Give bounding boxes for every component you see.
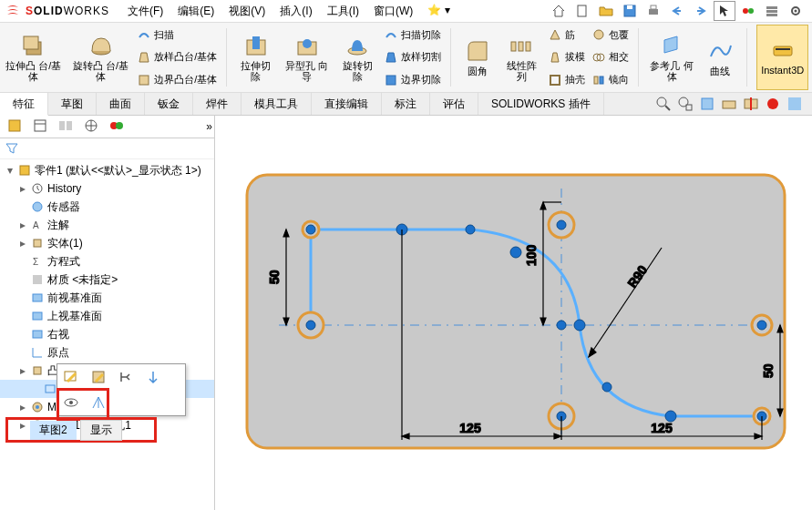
show-label[interactable]: 显示 [80, 420, 122, 441]
tab-addins[interactable]: SOLIDWORKS 插件 [478, 93, 604, 115]
sweep-button[interactable]: 扫描 [138, 28, 217, 42]
open-button[interactable] [595, 1, 617, 21]
intersect-button[interactable]: 相交 [592, 50, 629, 64]
tab-annotate[interactable]: 标注 [382, 93, 430, 115]
menu-file[interactable]: 文件(F) [120, 4, 170, 19]
dim-50-right: 50 [761, 363, 776, 378]
quick-access-toolbar [548, 1, 812, 21]
instant3d-button[interactable]: Instant3D [756, 25, 808, 90]
tree-material[interactable]: 材质 <未指定> [0, 270, 214, 289]
feature-manager-panel: » ▾零件1 (默认<<默认>_显示状态 1>) ▸History 传感器 ▸A… [0, 116, 215, 510]
orientation-icon[interactable] [699, 96, 715, 112]
wrap-button[interactable]: 包覆 [592, 28, 629, 42]
cut-sweep-button[interactable]: 扫描切除 [385, 28, 441, 42]
tab-sketch[interactable]: 草图 [48, 93, 97, 115]
highlight-sketch-row: 草图2 显示 [5, 417, 157, 443]
tree-solids[interactable]: ▸实体(1) [0, 234, 214, 252]
edit-sketch-icon[interactable] [63, 369, 79, 385]
menu-insert[interactable]: 插入(I) [272, 4, 319, 19]
svg-rect-31 [774, 46, 792, 56]
graphics-viewport[interactable]: 50 100 R90 50 125 125 [215, 116, 812, 510]
tree-history[interactable]: ▸History [0, 179, 214, 198]
svg-point-95 [757, 321, 766, 330]
cut-revolve-button[interactable]: 旋转切 除 [338, 25, 377, 90]
cut-extrude-button[interactable]: 拉伸切 除 [236, 25, 275, 90]
scene-icon[interactable] [786, 96, 803, 112]
svg-rect-23 [519, 42, 523, 51]
curves-button[interactable]: 曲线 [703, 25, 737, 90]
redo-button[interactable] [690, 1, 712, 21]
svg-rect-47 [67, 121, 72, 130]
appearance-icon[interactable] [765, 96, 781, 112]
print-button[interactable] [642, 1, 664, 21]
save-button[interactable] [619, 1, 641, 21]
new-button[interactable] [571, 1, 593, 21]
solidworks-logo-icon [5, 4, 20, 18]
shell-button[interactable]: 抽壳 [549, 73, 585, 87]
tab-feature[interactable]: 特征 [0, 93, 48, 116]
rib-button[interactable]: 筋 [549, 28, 585, 42]
sketch2-label: 草图2 [30, 421, 77, 440]
menu-window[interactable]: 窗口(W) [366, 4, 420, 19]
svg-rect-57 [34, 240, 41, 247]
home-button[interactable] [548, 1, 570, 21]
settings-button[interactable] [785, 1, 807, 21]
svg-rect-0 [578, 5, 586, 16]
filter-bar[interactable] [0, 138, 214, 159]
mirror-button[interactable]: 镜向 [592, 73, 629, 87]
options-button[interactable] [761, 1, 783, 21]
tree-sensors[interactable]: 传感器 [0, 198, 214, 216]
fillet-button[interactable]: 圆角 [460, 25, 495, 90]
feature-tree-tab[interactable] [4, 115, 26, 139]
menu-view[interactable]: 视图(V) [221, 4, 272, 19]
tab-moldtools[interactable]: 模具工具 [242, 93, 312, 115]
display-tab[interactable] [106, 115, 128, 139]
undo-button[interactable] [666, 1, 688, 21]
rebuild-button[interactable] [737, 1, 759, 21]
panel-expand-button[interactable]: » [204, 118, 214, 135]
hole-wizard-button[interactable]: 异型孔 向导 [283, 25, 331, 90]
select-button[interactable] [714, 1, 735, 21]
suppress-icon[interactable] [118, 369, 134, 385]
svg-point-19 [303, 39, 312, 48]
edit-feature-icon[interactable] [90, 369, 107, 385]
display-style-icon[interactable] [721, 96, 737, 112]
zoom-icon[interactable] [655, 96, 672, 112]
panel-tabs: » [0, 116, 214, 138]
section-icon[interactable] [743, 96, 759, 112]
boss-list: 扫描 放样凸台/基体 边界凸台/基体 [138, 25, 217, 90]
tree-root[interactable]: ▾零件1 (默认<<默认>_显示状态 1>) [0, 161, 214, 179]
tree-top-plane[interactable]: 上视基准面 [0, 307, 214, 325]
loft-button[interactable]: 放样凸台/基体 [138, 50, 217, 64]
revolve-boss-button[interactable]: 旋转凸 台/基体 [71, 25, 131, 90]
cut-boundary-button[interactable]: 边界切除 [385, 73, 441, 87]
cut-loft-button[interactable]: 放样切割 [385, 50, 441, 64]
sketch-canvas: 50 100 R90 50 125 125 [242, 170, 789, 471]
property-tab[interactable] [29, 115, 51, 139]
menu-more[interactable]: ⭐ ▾ [420, 4, 457, 19]
tree-annotations[interactable]: ▸A注解 [0, 216, 214, 234]
zoom-fit-icon[interactable] [677, 96, 694, 112]
tab-directedit[interactable]: 直接编辑 [312, 93, 382, 115]
tree-equations[interactable]: Σ方程式 [0, 252, 214, 270]
svg-rect-2 [627, 5, 632, 9]
dimxpert-tab[interactable] [80, 115, 102, 139]
tab-weldment[interactable]: 焊件 [193, 93, 242, 115]
tab-sheetmetal[interactable]: 钣金 [145, 93, 193, 115]
tab-surface[interactable]: 曲面 [97, 93, 145, 115]
draft-button[interactable]: 拔模 [549, 50, 585, 64]
linear-pattern-button[interactable]: 线性阵 列 [502, 25, 541, 90]
tree-origin[interactable]: 原点 [0, 343, 214, 362]
menu-tools[interactable]: 工具(I) [320, 4, 366, 19]
ref-geometry-button[interactable]: 参考几 何体 [648, 25, 696, 90]
tree-front-plane[interactable]: 前视基准面 [0, 289, 214, 307]
boundary-button[interactable]: 边界凸台/基体 [138, 73, 217, 87]
svg-rect-17 [252, 36, 260, 49]
extrude-boss-button[interactable]: 拉伸凸 台/基体 [4, 25, 64, 90]
tab-evaluate[interactable]: 评估 [430, 93, 478, 115]
rollback-icon[interactable] [145, 369, 161, 385]
svg-rect-8 [766, 10, 777, 13]
config-tab[interactable] [55, 115, 77, 139]
menu-edit[interactable]: 编辑(E) [170, 4, 221, 19]
tree-right-plane[interactable]: 右视 [0, 325, 214, 343]
